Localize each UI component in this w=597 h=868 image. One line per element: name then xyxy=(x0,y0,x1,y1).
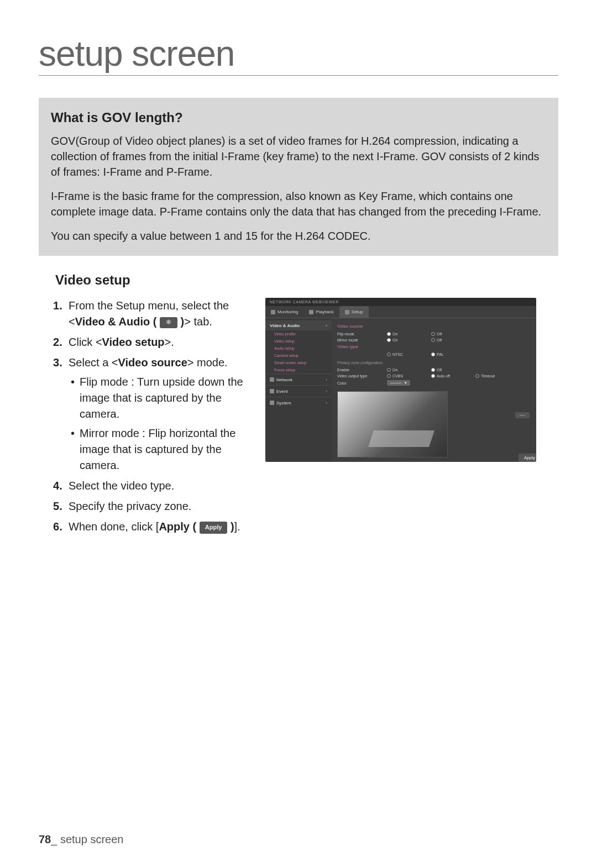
enable-off-radio[interactable]: Off xyxy=(431,368,475,372)
chevron-right-icon: › xyxy=(326,377,327,382)
radio-icon xyxy=(387,374,391,378)
playback-icon xyxy=(309,310,313,314)
monitor-icon xyxy=(271,310,275,314)
apply-button[interactable]: Apply xyxy=(519,454,536,462)
video-output-label: Video output type xyxy=(337,374,387,378)
enable-label: Enable xyxy=(337,368,387,372)
mirror-off-radio[interactable]: Off xyxy=(431,338,475,342)
mirror-on-radio[interactable]: On xyxy=(387,338,431,342)
radio-icon xyxy=(431,332,435,336)
flip-off-radio[interactable]: Off xyxy=(431,332,475,336)
step-4: Select the video type. xyxy=(53,478,249,494)
autooff-radio[interactable]: Auto off xyxy=(431,374,475,378)
gov-paragraph-2: I-Frame is the basic frame for the compr… xyxy=(51,188,546,219)
chevron-right-icon: › xyxy=(326,323,327,328)
sidebar-item-audio-setup[interactable]: Audio setup xyxy=(265,345,332,352)
sidebar-item-focus-setup[interactable]: Focus setup xyxy=(265,366,332,373)
network-icon xyxy=(270,377,274,382)
sidebar-item-video-profile[interactable]: Video profile xyxy=(265,330,332,338)
color-label: Color xyxy=(337,381,387,385)
step-2: Click <Video setup>. xyxy=(53,334,249,350)
footer-label: _ setup screen xyxy=(51,833,123,845)
gov-paragraph-3: You can specify a value between 1 and 15… xyxy=(51,228,546,244)
radio-icon xyxy=(431,374,435,378)
gov-info-box: What is GOV length? GOV(Group of Video o… xyxy=(39,98,558,256)
tab-playback[interactable]: Playback xyxy=(303,306,339,318)
steps-list: From the Setup menu, select the <Video &… xyxy=(39,298,249,539)
step-5: Specify the privacy zone. xyxy=(53,498,249,514)
ss-section-video-source: Video source xyxy=(337,323,531,329)
sidebar-group-event[interactable]: Event› xyxy=(265,385,332,397)
step-3: Select a <Video source> mode. Flip mode … xyxy=(53,355,249,474)
radio-icon xyxy=(387,332,391,336)
ss-topbar: NETWORK CAMERA WEBVIEWER xyxy=(265,298,536,306)
ss-tab-bar: Monitoring Playback Setup xyxy=(265,306,536,318)
enable-on-radio[interactable]: On xyxy=(387,368,431,372)
radio-icon xyxy=(431,353,435,356)
step-3-bullet-mirror: Mirror mode : Flip horizontal the image … xyxy=(69,425,249,474)
flip-mode-label: Flip mode xyxy=(337,332,387,336)
video-preview xyxy=(337,391,448,457)
sidebar-item-video-setup[interactable]: Video setup xyxy=(265,338,332,345)
apply-icon: Apply xyxy=(200,522,228,534)
radio-icon xyxy=(387,338,391,342)
ntsc-radio[interactable]: NTSC xyxy=(387,353,431,356)
sidebar-group-video-audio[interactable]: Video & Audio› xyxy=(265,320,332,330)
chevron-right-icon: › xyxy=(326,388,327,394)
event-icon xyxy=(270,389,274,393)
sidebar-group-network[interactable]: Network› xyxy=(265,373,332,385)
radio-icon xyxy=(431,368,435,372)
system-icon xyxy=(270,401,274,405)
ss-section-video-type: Video type xyxy=(337,343,531,349)
tab-monitoring[interactable]: Monitoring xyxy=(265,306,303,318)
pal-radio[interactable]: PAL xyxy=(431,353,475,356)
video-audio-icon: ❄ xyxy=(160,317,177,328)
page-title: setup screen xyxy=(39,33,558,76)
radio-icon xyxy=(475,374,479,378)
embedded-screenshot: NETWORK CAMERA WEBVIEWER Monitoring Play… xyxy=(265,298,558,462)
sidebar-item-camera-setup[interactable]: Camera setup xyxy=(265,352,332,359)
sidebar-group-system[interactable]: System› xyxy=(265,397,332,408)
radio-icon xyxy=(387,368,391,372)
page-footer: 78_ setup screen xyxy=(39,833,123,846)
chevron-down-icon: ▾ xyxy=(405,381,407,385)
flip-on-radio[interactable]: On xyxy=(387,332,431,336)
gov-paragraph-1: GOV(Group of Video object planes) is a s… xyxy=(51,133,546,180)
timeout-radio[interactable]: Timeout xyxy=(475,374,520,378)
setup-icon xyxy=(345,310,349,314)
color-select[interactable]: ────▾ xyxy=(387,380,410,386)
step-1: From the Setup menu, select the <Video &… xyxy=(53,298,249,330)
chevron-right-icon: › xyxy=(326,400,327,406)
ss-main-panel: Video source Flip mode On Off Mirror mod… xyxy=(332,318,536,462)
ss-sidebar: Video & Audio› Video profile Video setup… xyxy=(265,318,332,462)
sidebar-item-smart-codec[interactable]: Smart codec setup xyxy=(265,359,332,366)
privacy-zone-divider: Privacy zone configuration xyxy=(337,361,531,365)
small-button[interactable]: ── xyxy=(515,412,530,418)
video-setup-heading: Video setup xyxy=(55,272,558,288)
radio-icon xyxy=(431,338,435,342)
mirror-mode-label: Mirror mode xyxy=(337,338,387,342)
page-number: 78 xyxy=(39,833,51,845)
tab-setup[interactable]: Setup xyxy=(339,306,369,318)
radio-icon xyxy=(387,353,391,356)
step-6: When done, click [Apply ( Apply )]. xyxy=(53,519,249,535)
gov-heading: What is GOV length? xyxy=(51,110,546,125)
cvbs-radio[interactable]: CVBS xyxy=(387,374,431,378)
step-3-bullet-flip: Flip mode : Turn upside down the image t… xyxy=(69,374,249,422)
